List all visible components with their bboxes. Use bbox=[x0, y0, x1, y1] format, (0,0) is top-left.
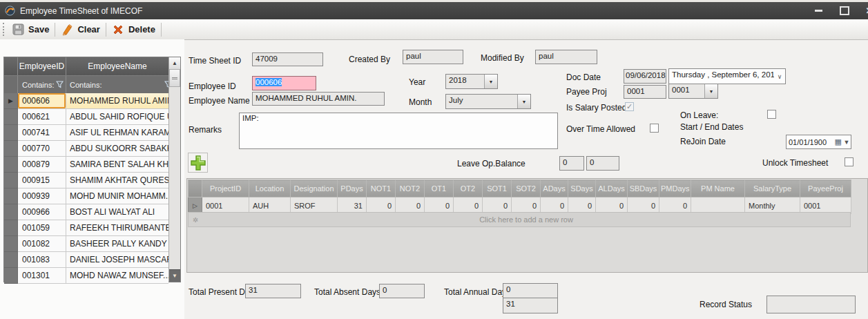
row-selector-cell[interactable]: ▶ bbox=[4, 204, 18, 220]
employee-row[interactable]: ▶ 000741 ASIF UL REHMAN KARAM bbox=[4, 125, 168, 141]
employee-name-cell[interactable]: DANIEL JOSEPH MASCARE... bbox=[66, 252, 172, 267]
employee-row[interactable]: ▶ 000621 ABDUL SAHID ROFIQUE U... bbox=[4, 109, 168, 125]
clear-button[interactable]: Clear bbox=[57, 20, 104, 39]
detail-cell[interactable]: AUH bbox=[249, 197, 291, 214]
time-sheet-id-field[interactable]: 47009 bbox=[252, 52, 323, 66]
row-selector-cell[interactable]: ▶ bbox=[4, 93, 18, 109]
remarks-textarea[interactable]: IMP: bbox=[239, 113, 558, 149]
row-selector-cell[interactable]: ▶ bbox=[4, 141, 18, 157]
add-row-button[interactable] bbox=[188, 153, 208, 173]
detail-column-header[interactable]: PM Name bbox=[691, 180, 745, 197]
payee-proj-field[interactable]: 0001 bbox=[624, 85, 666, 99]
detail-cell[interactable]: 0 bbox=[425, 197, 454, 214]
employee-name-cell[interactable]: BASHEER PALLY KANDY bbox=[66, 236, 172, 251]
employee-row[interactable]: ▶ 000606 MOHAMMED RUHUL AMIN. bbox=[4, 93, 168, 109]
detail-cell[interactable]: 0 bbox=[541, 197, 568, 214]
employee-id-filter[interactable]: Contains: bbox=[18, 76, 66, 93]
toolbar-grip[interactable] bbox=[3, 23, 6, 36]
employee-name-column-header[interactable]: EmployeeName bbox=[66, 57, 168, 75]
scroll-down-button[interactable]: ▼ bbox=[169, 269, 180, 282]
leave-op-balance-field-1[interactable]: 0 bbox=[559, 156, 584, 171]
detail-cell[interactable]: 0001 bbox=[800, 197, 851, 214]
doc-date-field[interactable]: 09/06/2018 bbox=[624, 69, 666, 84]
total-annual-days-field-2[interactable]: 31 bbox=[503, 298, 558, 313]
detail-column-header[interactable]: SOT1 bbox=[483, 180, 512, 197]
employee-name-field[interactable]: MOHAMMED RUHUL AMIN. bbox=[252, 92, 385, 106]
detail-column-header[interactable]: PMDays bbox=[659, 180, 691, 197]
employee-id-cell[interactable]: 001059 bbox=[18, 220, 66, 235]
doc-date-long-dropdown[interactable]: Thursday , September 6, 2018 ∨ bbox=[668, 68, 786, 84]
dropdown-arrow-icon[interactable]: ▼ bbox=[842, 139, 851, 146]
employee-id-field[interactable]: 000606 bbox=[252, 76, 316, 90]
detail-column-header[interactable]: PayeeProj bbox=[800, 180, 851, 197]
rejoin-date-picker[interactable]: 01/01/1900 ▦ ▼ bbox=[786, 135, 851, 149]
row-selector-cell[interactable]: ▶ bbox=[4, 109, 18, 125]
employee-id-cell[interactable]: 001082 bbox=[18, 236, 66, 251]
row-selector-cell[interactable]: ▶ bbox=[4, 173, 18, 188]
over-time-allowed-checkbox[interactable] bbox=[650, 124, 659, 133]
unlock-timesheet-checkbox[interactable] bbox=[845, 157, 853, 166]
detail-cell[interactable] bbox=[691, 197, 745, 214]
employee-id-cell[interactable]: 000621 bbox=[18, 109, 66, 124]
employee-name-cell[interactable]: RAFEEKH THIRUMBANTE... bbox=[66, 220, 172, 235]
employee-row[interactable]: ▶ 001301 MOHD NAWAZ MUNSEF... bbox=[4, 268, 168, 284]
maximize-button[interactable] bbox=[833, 2, 856, 19]
employee-id-cell[interactable]: 000915 bbox=[18, 173, 66, 188]
row-selector-cell[interactable]: ▶ bbox=[4, 236, 18, 252]
scroll-up-button[interactable]: ▲ bbox=[169, 57, 180, 70]
employee-row[interactable]: ▶ 001059 RAFEEKH THIRUMBANTE... bbox=[4, 220, 168, 236]
detail-column-header[interactable]: OT2 bbox=[454, 180, 483, 197]
year-dropdown[interactable]: 2018 ▼ bbox=[445, 74, 498, 89]
detail-cell[interactable]: 0 bbox=[483, 197, 512, 214]
employee-row[interactable]: ▶ 001082 BASHEER PALLY KANDY bbox=[4, 236, 168, 252]
employee-row[interactable]: ▶ 000966 BOST ALI WALYAT ALI bbox=[4, 204, 168, 220]
row-selector-cell[interactable]: ▶ bbox=[4, 268, 18, 284]
row-selector-cell[interactable]: ▶ bbox=[4, 157, 18, 173]
employee-grid-scrollbar[interactable]: ▲ ▼ bbox=[168, 57, 180, 282]
save-button[interactable]: Save bbox=[8, 20, 53, 39]
detail-column-header[interactable]: PDays bbox=[338, 180, 367, 197]
detail-cell[interactable]: 0 bbox=[367, 197, 396, 214]
employee-row[interactable]: ▶ 000915 SHAMIM AKHTAR QURES... bbox=[4, 173, 168, 188]
employee-id-cell[interactable]: 000939 bbox=[18, 188, 66, 204]
employee-id-cell[interactable]: 000770 bbox=[18, 141, 66, 156]
detail-column-header[interactable]: Designation bbox=[291, 180, 338, 197]
row-selector-cell[interactable]: ▶ bbox=[4, 188, 18, 204]
minimize-button[interactable] bbox=[807, 2, 830, 19]
employee-id-column-header[interactable]: EmployeeID bbox=[18, 57, 66, 75]
detail-cell[interactable]: 0001 bbox=[202, 197, 249, 214]
leave-op-balance-field-2[interactable]: 0 bbox=[586, 156, 619, 171]
chevron-down-icon[interactable]: ∨ bbox=[774, 69, 785, 84]
detail-column-header[interactable]: Location bbox=[249, 180, 291, 197]
dropdown-arrow-icon[interactable]: ▼ bbox=[704, 84, 717, 98]
detail-cell[interactable]: 0 bbox=[512, 197, 541, 214]
employee-name-cell[interactable]: ASIF UL REHMAN KARAM bbox=[66, 125, 172, 140]
employee-name-cell[interactable]: MOHAMMED RUHUL AMIN. bbox=[66, 93, 172, 108]
detail-column-header[interactable]: ProjectID bbox=[202, 180, 249, 197]
detail-cell[interactable]: 0 bbox=[596, 197, 628, 214]
scroll-thumb[interactable] bbox=[169, 69, 180, 87]
employee-name-cell[interactable]: ABDUL SAHID ROFIQUE U... bbox=[66, 109, 172, 124]
detail-column-header[interactable]: SOT2 bbox=[512, 180, 541, 197]
close-button[interactable]: ✕ bbox=[858, 2, 868, 19]
row-selector-cell[interactable]: ▶ bbox=[4, 252, 18, 268]
employee-row[interactable]: ▶ 000879 SAMIRA BENT SALAH KHA... bbox=[4, 157, 168, 173]
dropdown-arrow-icon[interactable]: ▼ bbox=[517, 95, 530, 108]
delete-button[interactable]: Delete bbox=[108, 20, 160, 39]
row-selector-cell[interactable]: ▶ bbox=[4, 125, 18, 141]
on-leave-checkbox[interactable] bbox=[767, 110, 776, 119]
created-by-field[interactable]: paul bbox=[403, 50, 463, 64]
employee-id-cell[interactable]: 000606 bbox=[18, 93, 66, 108]
detail-column-header[interactable]: OT1 bbox=[425, 180, 454, 197]
detail-cell[interactable]: Monthly bbox=[745, 197, 800, 214]
detail-column-header[interactable]: NOT1 bbox=[367, 180, 396, 197]
detail-column-header[interactable]: ALDays bbox=[596, 180, 628, 197]
employee-id-cell[interactable]: 001083 bbox=[18, 252, 66, 267]
detail-cell[interactable]: 0 bbox=[454, 197, 483, 214]
employee-id-cell[interactable]: 000879 bbox=[18, 157, 66, 172]
detail-grid-data-row[interactable]: ▷ 0001AUHSROF3100000000000Monthly0001 bbox=[189, 197, 851, 214]
employee-name-cell[interactable]: SHAMIM AKHTAR QURES... bbox=[66, 173, 172, 188]
total-present-days-field[interactable]: 31 bbox=[245, 284, 301, 298]
employee-id-cell[interactable]: 001301 bbox=[18, 268, 66, 283]
payee-proj-dropdown[interactable]: 0001 ▼ bbox=[668, 84, 718, 99]
